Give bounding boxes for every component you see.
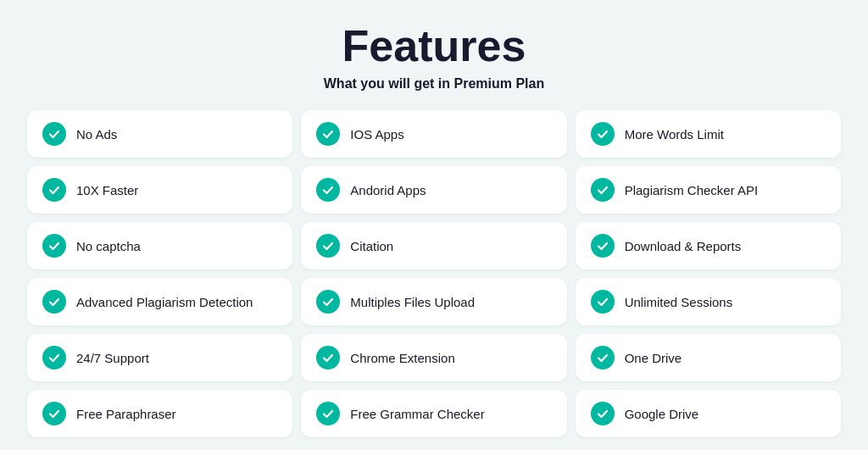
check-icon (316, 178, 340, 202)
feature-label-no-ads: No Ads (76, 127, 117, 142)
page-subtitle: What you will get in Premium Plan (27, 76, 841, 92)
check-icon (316, 234, 340, 258)
feature-item-no-ads: No Ads (27, 110, 292, 158)
feature-item-plagiarism-checker-api: Plagiarism Checker API (576, 166, 841, 214)
feature-item-free-paraphraser: Free Paraphraser (27, 390, 292, 437)
feature-label-android-apps: Andorid Apps (350, 183, 426, 197)
feature-item-unlimited-sessions: Unlimited Sessions (576, 278, 841, 325)
feature-item-10x-faster: 10X Faster (27, 166, 292, 214)
features-grid: No Ads IOS Apps More Words Limit 10X Fas… (27, 110, 841, 437)
feature-label-free-paraphraser: Free Paraphraser (76, 407, 176, 421)
check-icon (591, 402, 615, 425)
check-icon (316, 122, 340, 146)
feature-item-ios-apps: IOS Apps (301, 110, 566, 158)
check-icon (591, 122, 615, 146)
feature-item-one-drive: One Drive (576, 334, 841, 381)
feature-label-ios-apps: IOS Apps (350, 127, 403, 142)
feature-item-multiples-files-upload: Multiples Files Upload (301, 278, 566, 325)
feature-label-10x-faster: 10X Faster (76, 183, 138, 197)
check-icon (42, 346, 66, 369)
feature-label-unlimited-sessions: Unlimited Sessions (625, 295, 733, 309)
feature-item-free-grammar-checker: Free Grammar Checker (301, 390, 566, 437)
feature-label-free-grammar-checker: Free Grammar Checker (350, 407, 484, 421)
feature-label-advanced-plagiarism: Advanced Plagiarism Detection (76, 295, 253, 309)
feature-label-plagiarism-checker-api: Plagiarism Checker API (625, 183, 759, 197)
check-icon (591, 290, 615, 314)
feature-item-android-apps: Andorid Apps (301, 166, 566, 214)
feature-label-google-drive: Google Drive (625, 407, 699, 421)
feature-item-download-reports: Download & Reports (576, 222, 841, 269)
check-icon (591, 178, 615, 202)
feature-label-download-reports: Download & Reports (625, 239, 742, 253)
check-icon (42, 402, 66, 425)
check-icon (42, 178, 66, 202)
feature-item-more-words-limit: More Words Limit (576, 110, 841, 158)
feature-label-multiples-files-upload: Multiples Files Upload (350, 295, 475, 309)
feature-item-247-support: 24/7 Support (27, 334, 292, 381)
check-icon (42, 290, 66, 314)
feature-item-advanced-plagiarism: Advanced Plagiarism Detection (27, 278, 292, 325)
check-icon (42, 234, 66, 258)
check-icon (591, 234, 615, 258)
features-container: Features What you will get in Premium Pl… (0, 0, 868, 450)
feature-label-247-support: 24/7 Support (76, 351, 149, 365)
feature-label-more-words-limit: More Words Limit (625, 127, 724, 142)
feature-item-google-drive: Google Drive (576, 390, 841, 437)
check-icon (316, 346, 340, 369)
feature-label-chrome-extension: Chrome Extension (350, 351, 454, 365)
page-title: Features (27, 20, 841, 71)
check-icon (316, 290, 340, 314)
check-icon (591, 346, 615, 369)
feature-label-citation: Citation (350, 239, 393, 253)
feature-item-no-captcha: No captcha (27, 222, 292, 269)
check-icon (42, 122, 66, 146)
check-icon (316, 402, 340, 425)
feature-label-one-drive: One Drive (625, 351, 682, 365)
feature-item-citation: Citation (301, 222, 566, 269)
feature-item-chrome-extension: Chrome Extension (301, 334, 566, 381)
feature-label-no-captcha: No captcha (76, 239, 141, 253)
